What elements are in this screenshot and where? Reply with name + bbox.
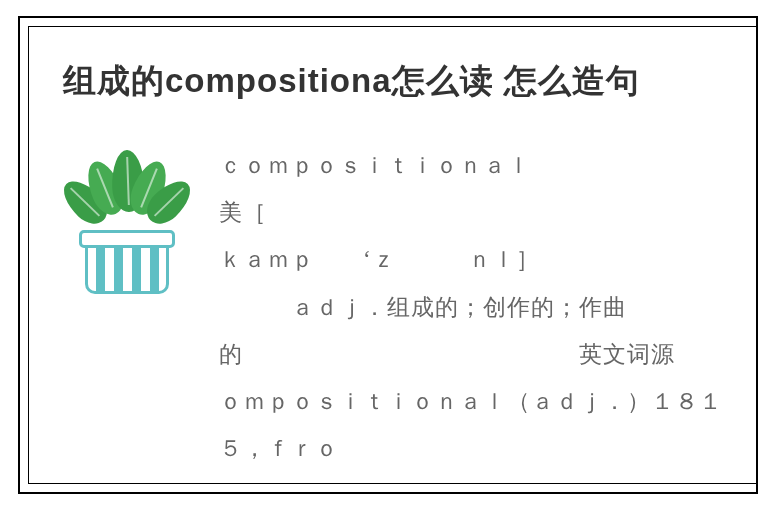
article-body: ｃｏｍｐｏｓｉｔｉｏｎａｌ 美［ ｋａｍｐ ‘ｚ ｎｌ］ ａｄｊ．组成的；创作的…	[219, 142, 756, 472]
outer-frame: 组成的compositiona怎么读 怎么造句	[18, 16, 758, 494]
potted-plant-icon	[63, 146, 191, 294]
article-title: 组成的compositiona怎么读 怎么造句	[63, 55, 756, 106]
plant-leaves	[68, 146, 186, 238]
plant-pot	[79, 230, 175, 294]
inner-frame: 组成的compositiona怎么读 怎么造句	[28, 26, 756, 484]
content-row: ｃｏｍｐｏｓｉｔｉｏｎａｌ 美［ ｋａｍｐ ‘ｚ ｎｌ］ ａｄｊ．组成的；创作的…	[63, 142, 756, 472]
